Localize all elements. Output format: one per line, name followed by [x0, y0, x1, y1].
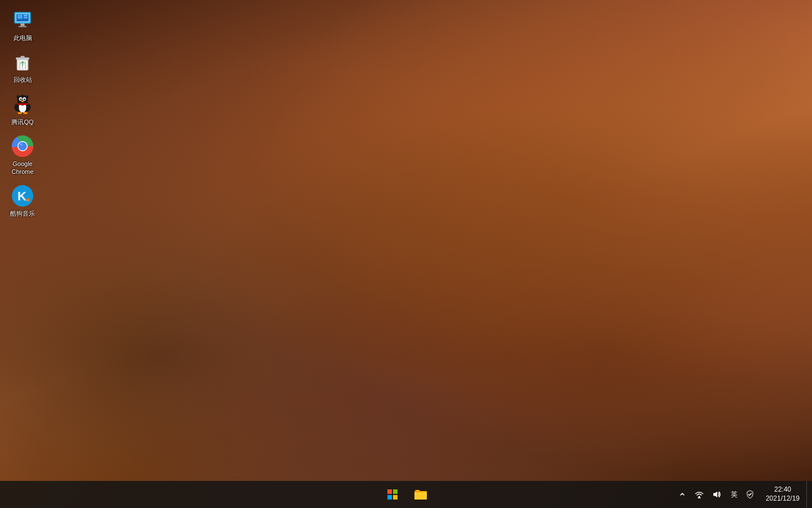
tray-icons-group — [689, 487, 726, 502]
svg-point-24 — [21, 100, 24, 102]
kuwo-icon-label: 酷狗音乐 — [10, 209, 35, 217]
svg-rect-7 — [24, 17, 28, 19]
svg-rect-5 — [17, 15, 23, 19]
desktop-icons-container: 此电脑 — [0, 0, 45, 227]
svg-point-25 — [17, 95, 19, 98]
desktop-icon-qq[interactable]: 腾讯QQ — [1, 90, 44, 129]
svg-point-35 — [20, 143, 23, 146]
qq-icon-label: 腾讯QQ — [11, 118, 33, 126]
svg-rect-42 — [387, 495, 392, 500]
computer-icon-label: 此电脑 — [14, 34, 32, 42]
recycle-icon-label: 回收站 — [14, 76, 32, 84]
svg-point-20 — [20, 98, 21, 100]
svg-rect-2 — [20, 23, 24, 26]
start-button[interactable] — [379, 481, 406, 508]
chrome-icon-label: Google Chrome — [3, 160, 42, 176]
svg-rect-40 — [387, 489, 392, 494]
recycle-icon — [11, 51, 34, 73]
svg-point-44 — [698, 496, 700, 498]
svg-line-14 — [25, 61, 26, 69]
svg-rect-11 — [20, 56, 24, 58]
clock-date: 2021/12/19 — [766, 494, 800, 503]
volume-tray-icon[interactable] — [708, 487, 724, 502]
taskbar: 英 22:40 2021/12/19 — [0, 481, 812, 508]
svg-text:♪: ♪ — [27, 199, 29, 202]
svg-point-28 — [23, 112, 28, 114]
svg-point-26 — [27, 95, 29, 98]
chrome-app-icon — [11, 135, 34, 157]
desktop-icon-computer[interactable]: 此电脑 — [1, 6, 44, 45]
svg-text:K: K — [17, 189, 27, 203]
file-explorer-button[interactable] — [408, 482, 433, 507]
svg-point-21 — [24, 98, 25, 100]
svg-point-34 — [19, 142, 27, 150]
desktop-icon-chrome[interactable]: Google Chrome — [1, 132, 44, 179]
svg-point-27 — [17, 112, 22, 114]
qq-icon — [11, 93, 34, 116]
svg-line-12 — [20, 61, 20, 69]
desktop: 此电脑 — [0, 0, 812, 508]
network-tray-icon[interactable] — [691, 487, 707, 502]
svg-rect-29 — [17, 103, 29, 105]
svg-rect-6 — [24, 15, 28, 16]
language-indicator[interactable]: 英 — [726, 481, 742, 508]
clock-time: 22:40 — [774, 485, 791, 494]
language-text: 英 — [731, 490, 738, 500]
desktop-icon-recycle[interactable]: 回收站 — [1, 47, 44, 87]
svg-rect-41 — [393, 489, 398, 494]
svg-rect-43 — [393, 495, 398, 500]
svg-point-23 — [25, 98, 25, 99]
security-tray-icon[interactable] — [742, 487, 758, 502]
tray-expand-button[interactable] — [676, 487, 689, 502]
system-tray: 英 22:40 2021/12/19 — [673, 481, 812, 508]
desktop-icon-kuwo[interactable]: K ♪ 酷狗音乐 — [1, 181, 44, 221]
computer-icon — [11, 9, 34, 32]
svg-point-22 — [21, 98, 21, 99]
clock-area[interactable]: 22:40 2021/12/19 — [759, 481, 806, 508]
kuwo-icon: K ♪ — [11, 185, 34, 207]
show-desktop-button[interactable] — [806, 481, 810, 508]
taskbar-center — [379, 481, 433, 508]
svg-rect-3 — [19, 26, 27, 27]
